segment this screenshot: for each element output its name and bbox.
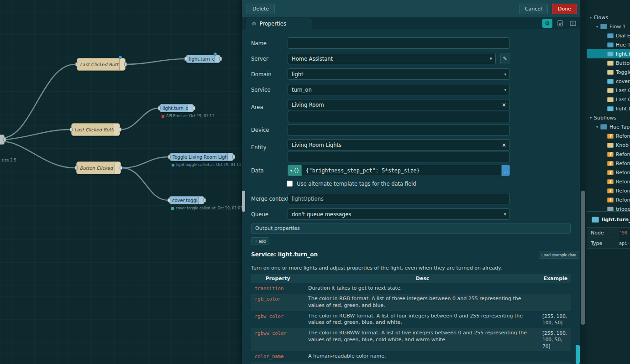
dialog-scrollbar-thumb[interactable] xyxy=(576,345,580,364)
server-select[interactable]: Home Assistant▾ xyxy=(288,53,496,64)
name-input[interactable] xyxy=(288,37,510,49)
node-output-port[interactable] xyxy=(120,166,122,170)
service-input[interactable]: turn_on▾ xyxy=(288,84,510,95)
data-type-button[interactable]: ▾{} xyxy=(288,165,302,176)
tree-item-knob-a[interactable]: Knob a xyxy=(587,140,630,150)
node-input-port[interactable] xyxy=(158,106,161,110)
node-icon xyxy=(607,143,614,148)
tree-item-hue-ta[interactable]: Hue Ta xyxy=(587,40,630,49)
node-icon xyxy=(607,33,614,38)
dialog-resize-grip[interactable] xyxy=(242,191,245,212)
tree-item-dial-ev[interactable]: Dial Ev xyxy=(587,31,630,40)
node-changed-dot xyxy=(119,56,122,59)
status-dot-icon xyxy=(171,207,174,210)
tree-item-reform[interactable]: fReform xyxy=(587,168,630,177)
flow-node-cover-toggle[interactable]: cover.toggle xyxy=(169,196,205,204)
output-properties-header: Output properties xyxy=(251,224,571,234)
flow-node-last-clicked-button[interactable]: Last Clicked Button xyxy=(77,58,126,71)
tree-item-reform[interactable]: fReform xyxy=(587,195,630,204)
domain-input[interactable]: light▾ xyxy=(288,68,510,80)
flow-node-light-turn-on[interactable]: light.turn_on xyxy=(186,55,220,63)
tree-item-reform[interactable]: fReform xyxy=(587,159,630,168)
node-icon xyxy=(607,207,614,212)
node-status: light.toggle called at: Oct 19, 01:11 xyxy=(172,163,241,167)
scrollbar-thumb[interactable] xyxy=(581,191,585,325)
flow-canvas[interactable]: size 2.5 Last Clicked Buttonlight.turn_o… xyxy=(0,0,242,364)
tree-item-reform[interactable]: fReform xyxy=(587,150,630,159)
alt-template-tags-checkbox[interactable] xyxy=(287,181,293,187)
domain-label: Domain xyxy=(251,71,272,78)
tree-item-reform[interactable]: fReform xyxy=(587,177,630,186)
entity-input[interactable]: Living Room Lights× xyxy=(288,139,510,151)
node-icon xyxy=(607,88,614,93)
tree-item-reform[interactable]: fReform xyxy=(587,186,630,195)
area-label: Area xyxy=(251,104,263,110)
expand-editor-button[interactable]: ... xyxy=(502,165,510,176)
tree-item-reform[interactable]: fReform xyxy=(587,131,630,140)
node-icon: f xyxy=(607,161,614,166)
done-button[interactable]: Done xyxy=(552,4,577,14)
tree-item-last-c[interactable]: Last C xyxy=(587,95,630,104)
tree-item-button[interactable]: Button xyxy=(587,58,630,68)
node-output-port[interactable] xyxy=(219,57,222,61)
node-output-port[interactable] xyxy=(232,155,235,159)
table-header-property: Property xyxy=(251,274,304,283)
device-input[interactable] xyxy=(288,124,510,135)
tree-item-trigger[interactable]: trigger xyxy=(587,204,630,211)
node-output-port[interactable] xyxy=(124,62,127,67)
merge-context-input[interactable]: lightOptions xyxy=(288,193,510,204)
node-icon xyxy=(607,61,614,66)
node-input-port[interactable] xyxy=(168,155,171,159)
dialog-tabbar: ⚙ Properties ⚙ xyxy=(242,17,580,29)
tree-item-light-tu[interactable]: light.tu xyxy=(587,104,630,113)
tab-properties[interactable]: ⚙ Properties xyxy=(246,18,312,29)
description-icon-button[interactable] xyxy=(555,19,565,28)
area-input-empty[interactable] xyxy=(288,111,510,122)
clear-icon[interactable]: × xyxy=(502,142,506,148)
node-input-port[interactable] xyxy=(75,166,78,170)
node-output-port[interactable] xyxy=(193,106,195,110)
node-input-port[interactable] xyxy=(184,57,187,61)
tree-item-toggle[interactable]: Toggle xyxy=(587,68,630,77)
gear-icon: ⚙ xyxy=(545,20,550,26)
edit-server-button[interactable]: ✎ xyxy=(500,53,509,64)
area-input[interactable]: Living Room× xyxy=(288,99,510,110)
node-output-port[interactable] xyxy=(119,128,121,132)
tree-group-subflows[interactable]: ▾ Subflows xyxy=(587,113,630,122)
entity-input-empty[interactable] xyxy=(288,151,510,162)
queue-select[interactable]: don't queue messages▾ xyxy=(288,208,510,220)
flow-node-light-turn-on[interactable]: light.turn_on xyxy=(159,104,194,112)
offscreen-flow-node[interactable] xyxy=(0,135,5,145)
flow-node-button-clicked[interactable]: Button Clicked xyxy=(76,161,121,174)
node-output-port[interactable] xyxy=(3,138,6,142)
data-input[interactable]: {"brightness_step_pct": 5*step_size} xyxy=(302,165,502,176)
tree-item-cover-t[interactable]: cover.t xyxy=(587,77,630,86)
flow-icon xyxy=(600,24,607,29)
tree-group-hue-tap[interactable]: ▾ Hue Tap d xyxy=(587,122,630,131)
tree-group-flow-1[interactable]: ▾ Flow 1 xyxy=(587,22,630,31)
dialog-header: Delete Cancel Done xyxy=(242,0,580,17)
help-icon-button[interactable] xyxy=(568,19,578,28)
service-doc-title: Service: light.turn_on xyxy=(251,251,318,258)
flow-node-toggle-living-room-lights[interactable]: Toggle Living Room Lights xyxy=(169,153,234,161)
info-key: Node xyxy=(587,228,619,238)
cancel-button[interactable]: Cancel xyxy=(519,4,548,14)
node-output-port[interactable] xyxy=(203,198,206,203)
clear-icon[interactable]: × xyxy=(502,102,506,108)
tree-group-flows[interactable]: ▾ Flows xyxy=(587,13,630,22)
chevron-down-icon: ▾ xyxy=(596,25,598,29)
add-output-property-button[interactable]: + add xyxy=(251,237,269,244)
node-input-port[interactable] xyxy=(75,62,78,67)
node-input-port[interactable] xyxy=(168,198,170,203)
delete-button[interactable]: Delete xyxy=(247,4,275,14)
tree-item-light-tu[interactable]: light.tu xyxy=(587,49,630,58)
node-input-port[interactable] xyxy=(70,128,73,132)
flow-1-label: Flow 1 xyxy=(609,24,626,30)
edit-properties-icon-button[interactable]: ⚙ xyxy=(542,19,552,28)
chevron-down-icon: ▾ xyxy=(504,88,506,92)
node-icon xyxy=(607,97,614,102)
table-row: rgb_colorThe color in RGB format. A list… xyxy=(251,294,571,311)
tree-item-last-c[interactable]: Last C xyxy=(587,86,630,95)
flow-node-last-clicked-button[interactable]: Last Clicked Button xyxy=(71,123,120,136)
load-example-data-button[interactable]: Load example data xyxy=(539,251,579,259)
